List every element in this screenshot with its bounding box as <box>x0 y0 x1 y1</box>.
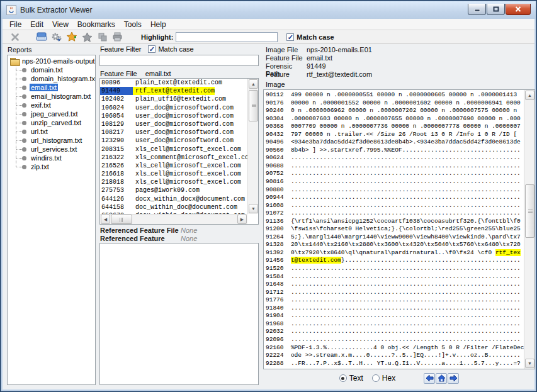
forward-button[interactable] <box>448 373 459 384</box>
image-line: 90304 .0000007603 00000 n .0000007655 00… <box>266 115 524 123</box>
menu-tools[interactable]: Tools <box>120 20 146 30</box>
filter-match-case-checkbox[interactable]: ✓ <box>148 45 155 53</box>
text-radio[interactable] <box>339 374 347 382</box>
highlight-label: Highlight: <box>141 33 173 41</box>
open-report-icon[interactable] <box>34 31 49 43</box>
tree-root-folder[interactable]: nps-2010-emails-output <box>9 57 95 65</box>
tree-item-zip-txt[interactable]: zip.txt <box>13 162 95 171</box>
tree-item-email-txt[interactable]: email.txt <box>13 83 95 92</box>
home-button[interactable] <box>436 373 447 384</box>
feature-row[interactable]: 644158doc_within_doc@document.com <box>100 203 247 211</box>
feature-row[interactable]: 106054user_doc@microsoftword.com <box>100 112 247 120</box>
scroll-thumb[interactable] <box>111 215 132 224</box>
referenced-features-list <box>99 243 259 385</box>
image-hex-view[interactable]: 90112 499 00000 n .0000000551 00000 n .0… <box>264 90 524 369</box>
tree-item-jpeg_carved-txt[interactable]: jpeg_carved.txt <box>13 109 95 118</box>
menu-help[interactable]: Help <box>146 20 171 30</box>
tree-item-url_histogram-txt[interactable]: url_histogram.txt <box>13 136 95 145</box>
app-window: Bulk Extractor Viewer FileEditViewBookma… <box>0 0 537 392</box>
minimize-button[interactable] <box>468 4 486 15</box>
image-line: 90432 797 00000 n .trailer.<< /Size 26 /… <box>266 131 524 139</box>
image-vertical-scrollbar[interactable]: ▲ ▼ <box>524 90 534 369</box>
file-bullet-icon <box>22 86 26 90</box>
tree-item-url-txt[interactable]: url.txt <box>13 127 95 136</box>
scroll-down-arrow[interactable]: ▼ <box>249 204 258 213</box>
feature-row[interactable]: 108217user_doc@microsoftword.com <box>100 128 247 137</box>
feature-file-label: Feature File <box>100 70 137 77</box>
image-line: 92224 ode >>.stream.x.m....0......?..5..… <box>266 352 524 360</box>
image-line: 90496 <934e3ba7ddac5dd42f3d0e8613de8b4b>… <box>266 138 524 147</box>
feature-row[interactable]: 80896plain_text@textedit.com <box>100 79 247 87</box>
image-line: 91648 ..................................… <box>266 281 524 289</box>
referenced-feature-label: Referenced Feature <box>100 235 181 242</box>
feature-row[interactable]: 208315xls_cell@microsoft_excel.com <box>100 145 247 154</box>
scroll-right-arrow[interactable]: ▶ <box>237 215 247 224</box>
reports-title: Reports <box>8 46 32 53</box>
feature-row[interactable]: 275753pages@iwork09.com <box>100 186 247 194</box>
menu-file[interactable]: File <box>5 20 26 30</box>
feature-row[interactable]: 216526xls_cell@microsoft_excel.com <box>100 162 247 170</box>
tree-item-domain_histogram-txt[interactable]: domain_histogram.txt <box>13 74 95 83</box>
manage-bookmarks-icon[interactable] <box>79 31 94 43</box>
main-area: Reports nps-2010-emails-outputdomain.txt… <box>3 44 534 389</box>
feature-filter-input[interactable] <box>99 55 259 66</box>
tree-item-email_histogram-txt[interactable]: email_histogram.txt <box>13 92 95 101</box>
close-button[interactable] <box>506 4 531 15</box>
image-line: 91776 ..................................… <box>266 296 524 305</box>
tree-item-windirs-txt[interactable]: windirs.txt <box>13 154 95 162</box>
feature-table-vertical-scrollbar[interactable]: ▲ ▼ <box>247 79 258 214</box>
scroll-thumb[interactable] <box>525 184 534 238</box>
image-line: 91328 20\tx1440\tx2160\tx2880\tx3600\tx4… <box>266 241 524 249</box>
meta-row: Featurertf_text@textedit.com <box>266 70 372 78</box>
highlight-input[interactable] <box>176 32 278 42</box>
copy-icon[interactable] <box>94 31 110 43</box>
menu-bookmarks[interactable]: Bookmarks <box>73 20 120 30</box>
image-line: 90112 499 00000 n .0000000551 00000 n .0… <box>266 91 524 99</box>
image-line: 91520 ..................................… <box>266 265 524 273</box>
image-line: 91008 ..................................… <box>266 202 524 210</box>
feature-row[interactable]: 106024user_doc@microsoftword.com <box>100 104 247 112</box>
scroll-left-arrow[interactable]: ◀ <box>101 215 110 224</box>
image-label: Image <box>266 81 285 88</box>
tree-item-exif-txt[interactable]: exif.txt <box>13 101 95 109</box>
run-bulk-extractor-icon[interactable] <box>49 31 64 43</box>
menu-view[interactable]: View <box>48 20 73 30</box>
feature-table-box: 80896plain_text@textedit.com91449rtf_tex… <box>99 78 259 225</box>
feature-row[interactable]: 123290user_doc@microsoftword.com <box>100 137 247 145</box>
feature-table-horizontal-scrollbar[interactable]: ◀ ▶ <box>100 214 247 224</box>
scroll-down-arrow[interactable]: ▼ <box>525 359 534 368</box>
image-line: 91456 t@textedit.com}...................… <box>266 257 524 265</box>
scroll-up-arrow[interactable]: ▲ <box>249 79 258 89</box>
add-bookmark-icon[interactable] <box>64 31 79 43</box>
scroll-up-arrow[interactable]: ▲ <box>525 91 534 100</box>
feature-row[interactable]: 102402plain_utf16@textedit.com <box>100 95 247 103</box>
tree-item-domain-txt[interactable]: domain.txt <box>13 65 95 74</box>
image-line: 90624 ..................................… <box>266 154 524 162</box>
feature-row[interactable]: 216618xls_cell@microsoft_excel.com <box>100 170 247 178</box>
image-line: 90240 0 n .0000006962 00000 n .000000720… <box>266 107 524 115</box>
hex-radio[interactable] <box>372 374 380 382</box>
close-report-icon[interactable] <box>8 31 23 43</box>
menu-edit[interactable]: Edit <box>26 20 48 30</box>
image-line: 90176 00000 n .0000001552 00000 n .00000… <box>266 99 524 108</box>
print-icon[interactable] <box>110 31 125 43</box>
back-button[interactable] <box>424 373 435 384</box>
feature-row[interactable]: 218018xls_cell@microsoft_excel.com <box>100 178 247 186</box>
tree-item-url_services-txt[interactable]: url_services.txt <box>13 145 95 154</box>
image-line: 90368 0007709 00000 n .0000007736 00000 … <box>266 123 524 131</box>
image-line: 92160 %PDF-1.3.%.............4 0 obj.<< … <box>266 344 524 352</box>
scroll-thumb[interactable] <box>249 90 258 121</box>
feature-row[interactable]: 644126docx_within_docx@document.com <box>100 195 247 203</box>
toolbar-match-case-checkbox[interactable]: ✓ <box>286 33 294 41</box>
folder-icon <box>10 58 20 65</box>
filter-match-case-label: Match case <box>158 45 193 53</box>
tree-item-unzip_carved-txt[interactable]: unzip_carved.txt <box>13 118 95 127</box>
file-bullet-icon <box>22 112 26 116</box>
feature-filter-label: Feature Filter <box>100 45 141 53</box>
maximize-button[interactable] <box>487 4 505 15</box>
feature-row[interactable]: 108129user_doc@microsoftword.com <box>100 120 247 128</box>
hex-radio-label: Hex <box>382 374 395 383</box>
image-line: 92288 ..FR...7.P..x$..T..H... YT.u.Q.I1.… <box>266 360 524 368</box>
feature-row[interactable]: 91449rtf_text@textedit.com <box>100 87 247 95</box>
feature-row[interactable]: 216322xls_comment@microsoft_excel.com <box>100 154 247 162</box>
